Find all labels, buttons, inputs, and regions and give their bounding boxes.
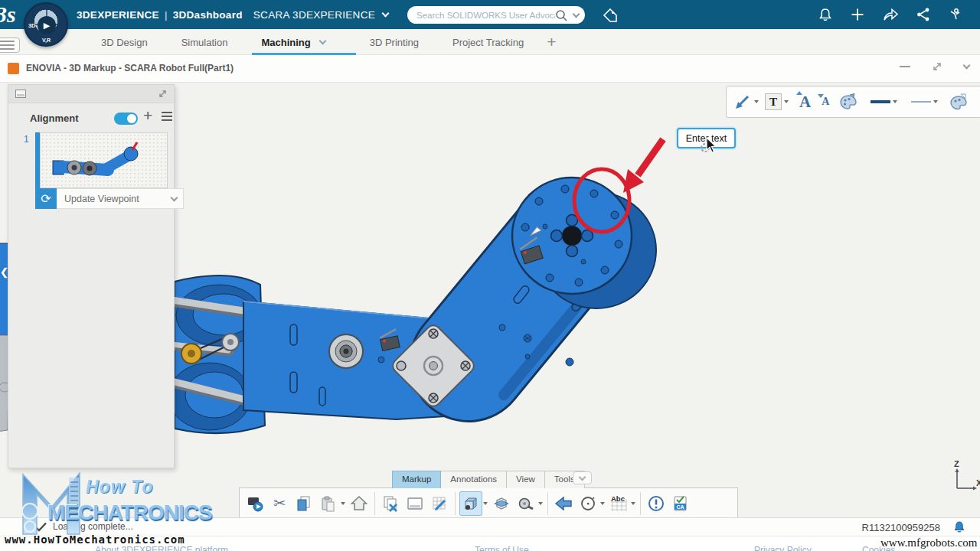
- search-scope-chevron-icon[interactable]: [573, 10, 580, 18]
- 3d-view-mode-button[interactable]: [459, 491, 482, 516]
- dropdown-icon[interactable]: [538, 502, 543, 505]
- check-icon: [35, 522, 47, 532]
- app-window-titlebar: ENOVIA - 3D Markup - SCARA Robot Full(Pa…: [0, 55, 980, 83]
- tab-simulation[interactable]: Simulation: [171, 29, 239, 55]
- dropdown-icon[interactable]: [893, 100, 897, 103]
- update-viewpoint-button[interactable]: Update Viewpoint: [57, 188, 184, 209]
- add-viewpoint-button[interactable]: +: [143, 106, 152, 125]
- capture-button[interactable]: [243, 491, 266, 516]
- add-content-icon[interactable]: [850, 7, 865, 22]
- notifications-bell-icon[interactable]: [818, 7, 833, 22]
- dropdown-icon[interactable]: [754, 100, 759, 103]
- user-advocacy-icon[interactable]: [948, 7, 963, 22]
- footer-link-terms[interactable]: Terms of Use: [475, 545, 529, 551]
- footer-link-about[interactable]: About 3DEXPERIENCE platform: [95, 545, 228, 551]
- svg-text:X: X: [976, 478, 980, 487]
- text-tool-button[interactable]: T: [763, 89, 791, 115]
- font-color-button[interactable]: [836, 89, 861, 115]
- tab-machining[interactable]: Machining: [250, 29, 335, 55]
- svg-text:Abc: Abc: [611, 494, 625, 503]
- paste-button[interactable]: [317, 491, 340, 516]
- alignment-menu-icon[interactable]: [162, 112, 172, 123]
- enovia-app-icon: [8, 63, 19, 74]
- minimize-icon[interactable]: [900, 66, 910, 67]
- dropdown-icon[interactable]: [341, 502, 345, 505]
- search-input[interactable]: [416, 11, 555, 20]
- 3ds-logo[interactable]: 3s: [0, 0, 16, 29]
- line-thickness-button[interactable]: [868, 89, 900, 115]
- viewer-tab-view[interactable]: View: [507, 471, 545, 488]
- section-button[interactable]: [490, 491, 513, 516]
- back-button[interactable]: [552, 491, 575, 516]
- 3dexperience-compass[interactable]: ▶ 3D V,R: [24, 2, 68, 47]
- line-style-button[interactable]: [909, 89, 940, 115]
- tab-label: 3D Design: [101, 37, 148, 48]
- panel-view-button[interactable]: [403, 491, 426, 516]
- grid-edit-button[interactable]: [428, 491, 451, 516]
- tab-project-tracking[interactable]: Project Tracking: [442, 29, 534, 55]
- search-box[interactable]: [407, 6, 585, 24]
- alignment-toggle[interactable]: [114, 112, 138, 125]
- home-icon: [350, 494, 368, 513]
- font-decrease-button[interactable]: A: [819, 89, 831, 115]
- search-icon[interactable]: [555, 9, 567, 21]
- arrow-tool-icon: [733, 93, 752, 111]
- update-viewpoint-chevron-icon[interactable]: [171, 194, 178, 201]
- apps-menu-icon[interactable]: [0, 37, 20, 53]
- panel-collapse-chevron[interactable]: ❮: [0, 266, 8, 278]
- certificate-button[interactable]: CA: [669, 491, 692, 516]
- revision-id: R1132100959258: [862, 522, 940, 533]
- cube-view-icon: [462, 494, 480, 513]
- update-viewpoint-refresh-icon[interactable]: ⟳: [35, 188, 57, 209]
- delete-markup-button[interactable]: [379, 491, 402, 516]
- expand-icon[interactable]: [932, 61, 942, 72]
- tab-chevron-icon[interactable]: [318, 37, 326, 45]
- viewer-tabs-collapse-icon[interactable]: [573, 471, 592, 484]
- dropdown-icon[interactable]: [784, 100, 789, 103]
- font-increase-icon: A: [799, 93, 811, 112]
- compass-play-icon[interactable]: ▶: [38, 16, 56, 34]
- share-nodes-icon[interactable]: [916, 7, 931, 22]
- dashboard-tabs: 3D Design Simulation Machining 3D Printi…: [90, 29, 556, 55]
- tab-label: Simulation: [181, 37, 228, 48]
- dropdown-icon[interactable]: [631, 502, 635, 505]
- footer-link-privacy[interactable]: Privacy Policy: [754, 545, 818, 551]
- arrow-tool-button[interactable]: [731, 89, 761, 115]
- measure-button[interactable]: [514, 491, 537, 516]
- line-color-button[interactable]: [946, 89, 971, 115]
- scissors-icon: ✂: [273, 494, 286, 512]
- notification-bell-icon[interactable]: [952, 520, 966, 534]
- viewpoint-card: 1 ⟳ Update Viewpoint: [24, 132, 168, 209]
- home-button[interactable]: [348, 491, 371, 516]
- share-arrow-icon[interactable]: [882, 7, 899, 22]
- window-collapse-chevron-icon[interactable]: [963, 61, 971, 69]
- viewer-icon-bar: ✂: [239, 487, 738, 519]
- font-increase-button[interactable]: A: [797, 89, 813, 115]
- panel-window-icon[interactable]: [15, 90, 26, 98]
- compass-vr-label[interactable]: V,R: [42, 37, 51, 43]
- cut-button[interactable]: ✂: [268, 491, 291, 516]
- add-tab-button[interactable]: +: [547, 33, 556, 51]
- dashboard-title[interactable]: SCARA 3DEXPERIENCE: [253, 9, 375, 21]
- dropdown-icon[interactable]: [483, 502, 488, 505]
- rotate-center-button[interactable]: [577, 491, 599, 516]
- viewer-tab-annotations[interactable]: Annotations: [441, 471, 507, 488]
- tab-3d-design[interactable]: 3D Design: [90, 29, 158, 55]
- tab-label: Project Tracking: [452, 37, 524, 48]
- viewpoint-thumbnail[interactable]: [40, 132, 168, 188]
- tab-3d-printing[interactable]: 3D Printing: [359, 29, 430, 55]
- annotation-text-button[interactable]: Abc: [607, 491, 630, 516]
- tag-icon[interactable]: [602, 7, 619, 24]
- viewer-tab-markup[interactable]: Markup: [392, 471, 441, 488]
- issue-button[interactable]: [645, 491, 668, 516]
- compass-3d-label[interactable]: 3D: [28, 23, 35, 28]
- dashboard-chevron-icon[interactable]: [382, 9, 390, 17]
- markup-arrow-annotation[interactable]: [623, 139, 663, 193]
- back-arrow-icon: [554, 494, 573, 513]
- dropdown-icon[interactable]: [933, 100, 938, 103]
- panel-expand-icon[interactable]: [158, 89, 168, 99]
- alignment-title-row: Alignment +: [8, 103, 174, 132]
- dropdown-icon[interactable]: [600, 502, 605, 505]
- copy-button[interactable]: [292, 491, 315, 516]
- alignment-panel: Alignment + 1 ⟳: [8, 84, 175, 468]
